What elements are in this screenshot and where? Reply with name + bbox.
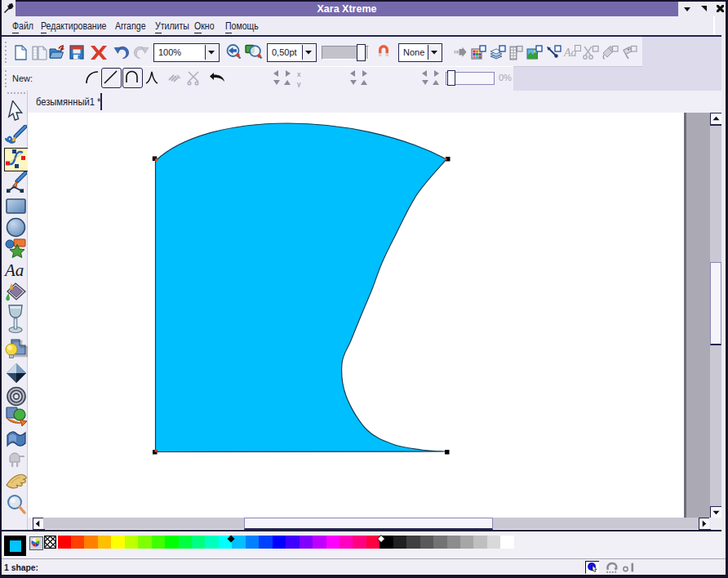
svg-text:x: x xyxy=(297,70,301,78)
svg-text:y: y xyxy=(297,80,301,87)
